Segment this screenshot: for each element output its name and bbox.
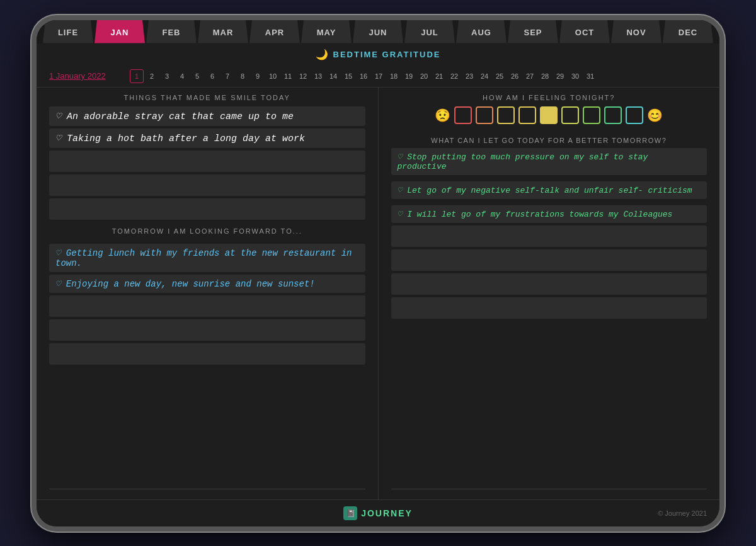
letgo-entry-3[interactable]: ♡ I will let go of my frustrations towar…	[391, 205, 707, 223]
letgo-entry-1[interactable]: ♡ Stop putting too much pressure on my s…	[391, 148, 707, 175]
day-25[interactable]: 25	[493, 69, 507, 83]
day-17[interactable]: 17	[372, 69, 386, 83]
forward-entry-3[interactable]	[49, 295, 365, 317]
letgo-title: WHAT CAN I LET GO TODAY FOR A BETTER TOM…	[391, 137, 707, 144]
tab-mar[interactable]: MAR	[198, 20, 248, 43]
day-5[interactable]: 5	[190, 69, 204, 83]
day-22[interactable]: 22	[447, 69, 461, 83]
day-13[interactable]: 13	[311, 69, 325, 83]
tab-jul[interactable]: JUL	[404, 20, 455, 43]
tab-feb[interactable]: FEB	[146, 20, 197, 43]
forward-entry-1[interactable]: ♡ Getting lunch with my friends at the n…	[49, 244, 365, 272]
day-1[interactable]: 1	[130, 69, 144, 83]
day-2[interactable]: 2	[145, 69, 159, 83]
day-28[interactable]: 28	[538, 69, 552, 83]
journey-text: JOURNEY	[361, 508, 413, 518]
mood-box-orange[interactable]	[476, 106, 493, 124]
tab-jun[interactable]: JUN	[353, 20, 403, 43]
letgo-entry-4[interactable]	[391, 225, 707, 247]
day-21[interactable]: 21	[432, 69, 446, 83]
letgo-text-2: ♡ Let go of my negative self-talk and un…	[398, 185, 692, 195]
date-selector: 1 January 2022 1 2 3 4 5 6 7 8 9 10 11 1…	[37, 65, 719, 88]
smile-entry-1[interactable]: ♡ An adorable stray cat that came up to …	[49, 106, 365, 126]
moon-icon: 🌙	[316, 48, 328, 60]
smile-entry-5[interactable]	[49, 198, 365, 220]
forward-entry-4[interactable]	[49, 319, 365, 341]
letgo-entry-6[interactable]	[391, 273, 707, 295]
footer: 📓 JOURNEY © Journey 2021	[37, 499, 719, 526]
day-3[interactable]: 3	[160, 69, 174, 83]
tab-apr[interactable]: APR	[249, 20, 300, 43]
forward-entry-2[interactable]: ♡ Enjoying a new day, new sunrise and ne…	[49, 275, 365, 293]
right-divider	[391, 489, 707, 489]
tab-sep[interactable]: SEP	[508, 20, 558, 43]
day-numbers: 1 2 3 4 5 6 7 8 9 10 11 12 13 14 15 16 1…	[130, 69, 707, 83]
day-11[interactable]: 11	[281, 69, 295, 83]
letgo-entry-2[interactable]: ♡ Let go of my negative self-talk and un…	[391, 181, 707, 199]
day-8[interactable]: 8	[236, 69, 249, 83]
tab-jan[interactable]: JAN	[94, 20, 145, 43]
copyright-text: © Journey 2021	[658, 509, 707, 517]
day-15[interactable]: 15	[341, 69, 355, 83]
journey-brand: 📓 JOURNEY	[343, 506, 413, 520]
main-content: THINGS THAT MADE ME SMILE TODAY ♡ An ado…	[37, 88, 719, 499]
letgo-entry-7[interactable]	[391, 297, 707, 319]
letgo-entry-5[interactable]	[391, 249, 707, 271]
day-19[interactable]: 19	[402, 69, 416, 83]
tab-life[interactable]: LIFE	[43, 20, 93, 43]
mood-box-green2[interactable]	[604, 106, 622, 124]
current-date[interactable]: 1 January 2022	[49, 71, 125, 81]
mood-box-yellow-fill[interactable]	[540, 106, 558, 124]
smile-text-1: ♡ An adorable stray cat that came up to …	[55, 110, 294, 122]
day-27[interactable]: 27	[523, 69, 537, 83]
day-10[interactable]: 10	[266, 69, 280, 83]
letgo-spacer-2	[391, 202, 707, 205]
day-7[interactable]: 7	[220, 69, 234, 83]
day-29[interactable]: 29	[553, 69, 567, 83]
happy-emoji: 😊	[647, 108, 663, 123]
device-frame: LIFE JAN FEB MAR APR MAY JUN JUL AUG SEP…	[32, 15, 724, 532]
tab-dec[interactable]: DEC	[663, 20, 713, 43]
day-12[interactable]: 12	[296, 69, 310, 83]
smile-section-title: THINGS THAT MADE ME SMILE TODAY	[49, 94, 365, 101]
smile-entry-2[interactable]: ♡ Taking a hot bath after a long day at …	[49, 128, 365, 148]
feeling-section: HOW AM I FEELING TONIGHT? 😟 😊	[391, 94, 707, 129]
tab-oct[interactable]: OCT	[559, 20, 610, 43]
sad-emoji: 😟	[435, 108, 450, 123]
tab-aug[interactable]: AUG	[456, 20, 507, 43]
day-30[interactable]: 30	[568, 69, 582, 83]
forward-text-2: ♡ Enjoying a new day, new sunrise and ne…	[55, 278, 315, 289]
day-9[interactable]: 9	[251, 69, 265, 83]
tab-nov[interactable]: NOV	[611, 20, 662, 43]
day-6[interactable]: 6	[205, 69, 219, 83]
forward-entry-5[interactable]	[49, 343, 365, 365]
day-23[interactable]: 23	[462, 69, 476, 83]
header-bar: 🌙 BEDTIME GRATITUDE	[37, 43, 719, 65]
right-panel: HOW AM I FEELING TONIGHT? 😟 😊 WHAT CAN I	[379, 88, 720, 499]
mood-box-yellow2[interactable]	[518, 106, 536, 124]
smile-text-2: ♡ Taking a hot bath after a long day at …	[55, 132, 305, 144]
day-18[interactable]: 18	[387, 69, 401, 83]
day-20[interactable]: 20	[417, 69, 431, 83]
smile-entry-4[interactable]	[49, 174, 365, 196]
day-24[interactable]: 24	[478, 69, 491, 83]
tab-may[interactable]: MAY	[301, 20, 352, 43]
mood-box-yellow3[interactable]	[561, 106, 579, 124]
day-14[interactable]: 14	[326, 69, 340, 83]
day-4[interactable]: 4	[175, 69, 189, 83]
smile-entry-3[interactable]	[49, 151, 365, 172]
feeling-title: HOW AM I FEELING TONIGHT?	[391, 94, 707, 101]
letgo-text-3: ♡ I will let go of my frustrations towar…	[398, 209, 673, 219]
mood-selector: 😟 😊	[391, 106, 707, 124]
left-panel: THINGS THAT MADE ME SMILE TODAY ♡ An ado…	[37, 88, 379, 499]
mood-box-red[interactable]	[454, 106, 472, 124]
day-26[interactable]: 26	[508, 69, 522, 83]
mood-box-teal[interactable]	[626, 106, 643, 124]
mood-box-green1[interactable]	[583, 106, 600, 124]
day-31[interactable]: 31	[583, 69, 597, 83]
month-tabs: LIFE JAN FEB MAR APR MAY JUN JUL AUG SEP…	[37, 20, 719, 43]
day-16[interactable]: 16	[357, 69, 370, 83]
journey-icon: 📓	[343, 506, 357, 520]
mood-box-yellow1[interactable]	[497, 106, 515, 124]
letgo-spacer-1	[391, 178, 707, 181]
